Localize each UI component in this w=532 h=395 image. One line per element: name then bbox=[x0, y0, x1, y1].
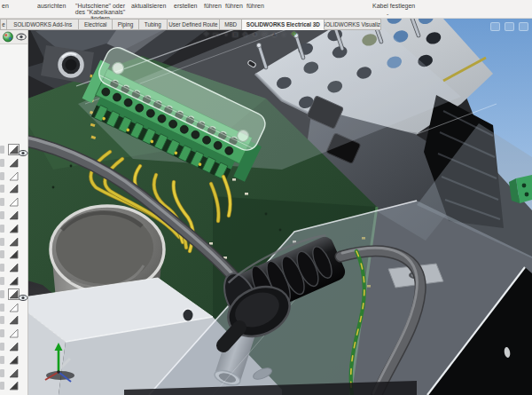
tab-solidworks-visualize[interactable]: SOLIDWORKS Visualize bbox=[325, 19, 381, 30]
tab-e[interactable]: e bbox=[0, 19, 7, 30]
apply-scene-icon[interactable]: ❖ bbox=[290, 29, 298, 40]
display-pane-header bbox=[0, 29, 27, 44]
clipped-component-icon bbox=[0, 185, 4, 193]
clipped-component-icon bbox=[0, 225, 4, 233]
clipped-component-icon bbox=[0, 198, 4, 206]
toolbar-label-line2: des "Kabelkanals" bbox=[73, 9, 128, 15]
display-style-icon[interactable]: ● bbox=[251, 29, 259, 40]
zoom-fit-icon[interactable]: ✛ bbox=[202, 29, 210, 40]
display-row-17[interactable] bbox=[0, 367, 27, 379]
tab-user-defined-route[interactable]: User Defined Route bbox=[168, 19, 221, 30]
headsup-view-toolbar: ✛▭◑▣◈●◎▲☼❖ bbox=[202, 29, 298, 40]
toolbar-label-fragment[interactable]: en bbox=[2, 3, 9, 9]
toolbar-button-aktualisieren[interactable]: aktualisieren bbox=[131, 3, 166, 9]
display-row-4[interactable] bbox=[0, 196, 27, 208]
clipped-component-icon bbox=[0, 172, 4, 180]
edit-appearance-icon[interactable]: ▲ bbox=[270, 29, 278, 40]
rail-top-icons bbox=[0, 29, 28, 44]
pane-ghost-icon-3[interactable] bbox=[519, 22, 528, 31]
commandmanager-tabs: eSOLIDWORKS Add-InsElectricalPipingTubin… bbox=[0, 19, 381, 30]
tab-mbd[interactable]: MBD bbox=[220, 19, 242, 30]
toolbar-button-fuehren-2[interactable]: führen bbox=[225, 3, 243, 9]
display-pane-rail bbox=[0, 29, 28, 395]
display-row-12[interactable] bbox=[0, 302, 27, 313]
display-row-1[interactable] bbox=[0, 157, 27, 169]
view-settings-icon[interactable]: ☼ bbox=[280, 29, 288, 40]
toolbar-label-line1: "Hutschiene" oder bbox=[73, 3, 128, 9]
hide-show-icon[interactable]: ◎ bbox=[261, 29, 269, 40]
display-row-2[interactable] bbox=[0, 170, 27, 182]
clipped-component-icon bbox=[0, 250, 4, 258]
display-row-18[interactable] bbox=[0, 380, 27, 391]
clipped-component-icon bbox=[0, 329, 4, 337]
clipped-component-icon bbox=[0, 382, 4, 390]
pane-ghost-icon-2[interactable] bbox=[505, 22, 514, 31]
toolbar-button-fuehren-3[interactable]: führen bbox=[246, 3, 264, 9]
display-row-5[interactable] bbox=[0, 209, 27, 221]
clipped-component-icon bbox=[0, 356, 4, 364]
solidworks-window: { "toolbar": { "items": [ { "label": "en… bbox=[0, 0, 532, 395]
zoom-area-icon[interactable]: ▭ bbox=[212, 29, 220, 40]
toolbar-button-erstellen[interactable]: erstellen bbox=[174, 3, 197, 9]
command-toolbar: en ausrichten "Hutschiene" oder des "Kab… bbox=[0, 0, 532, 19]
clipped-component-icon bbox=[0, 316, 4, 324]
tab-solidworks-electrical-3d[interactable]: SOLIDWORKS Electrical 3D bbox=[242, 19, 325, 30]
tab-solidworks-add-ins[interactable]: SOLIDWORKS Add-Ins bbox=[7, 19, 79, 30]
display-row-0[interactable] bbox=[0, 144, 27, 155]
section-view-icon[interactable]: ▣ bbox=[231, 29, 239, 40]
clipped-component-icon bbox=[0, 343, 4, 351]
display-row-11[interactable] bbox=[0, 288, 27, 300]
display-row-7[interactable] bbox=[0, 236, 27, 248]
previous-view-icon[interactable]: ◑ bbox=[222, 29, 230, 40]
kabel-dropdown-dash[interactable]: - bbox=[387, 11, 388, 17]
tab-electrical[interactable]: Electrical bbox=[79, 19, 113, 30]
toolbar-button-kabel-festlegen[interactable]: Kabel festlegen bbox=[372, 3, 415, 9]
clipped-component-icon bbox=[0, 369, 4, 377]
pane-ghost-icon-1[interactable] bbox=[490, 22, 500, 31]
eye-icon[interactable] bbox=[17, 34, 26, 40]
clipped-component-icon bbox=[0, 264, 4, 272]
tab-piping[interactable]: Piping bbox=[113, 19, 139, 30]
clipped-component-icon bbox=[0, 304, 4, 312]
clipped-component-icon bbox=[0, 211, 4, 219]
3d-scene bbox=[0, 19, 532, 395]
toolbar-button-ausrichten[interactable]: ausrichten bbox=[37, 3, 66, 9]
clipped-component-icon bbox=[0, 159, 4, 167]
display-row-15[interactable] bbox=[0, 341, 27, 352]
toolbar-button-fuehren-1[interactable]: führen bbox=[204, 3, 222, 9]
display-row-6[interactable] bbox=[0, 223, 27, 234]
clipped-component-icon bbox=[0, 277, 4, 285]
view-orientation-icon[interactable]: ◈ bbox=[241, 29, 249, 40]
display-row-3[interactable] bbox=[0, 183, 27, 194]
clipped-component-icon bbox=[0, 238, 4, 246]
tab-tubing[interactable]: Tubing bbox=[139, 19, 168, 30]
display-row-9[interactable] bbox=[0, 262, 27, 273]
display-row-16[interactable] bbox=[0, 354, 27, 366]
pane-corner-icons bbox=[490, 22, 528, 31]
display-row-8[interactable] bbox=[0, 249, 27, 260]
display-row-10[interactable] bbox=[0, 275, 27, 287]
clipped-component-icon bbox=[0, 146, 4, 154]
clipped-component-icon bbox=[0, 290, 4, 298]
3d-viewport[interactable] bbox=[0, 19, 532, 395]
display-row-13[interactable] bbox=[0, 314, 27, 326]
display-row-14[interactable] bbox=[0, 328, 27, 339]
appearance-sphere-icon[interactable] bbox=[4, 32, 13, 42]
